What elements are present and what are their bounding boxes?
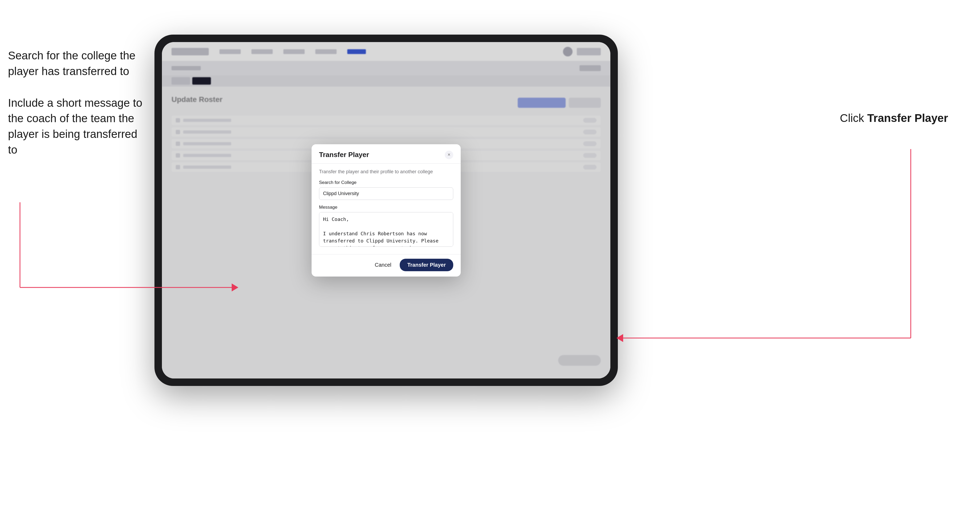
modal-body: Transfer the player and their profile to… bbox=[312, 163, 461, 254]
transfer-player-button[interactable]: Transfer Player bbox=[400, 259, 453, 271]
modal-header: Transfer Player × bbox=[312, 144, 461, 163]
cancel-button[interactable]: Cancel bbox=[371, 260, 396, 270]
annotation-left: Search for the college the player has tr… bbox=[8, 48, 146, 174]
search-college-input[interactable] bbox=[319, 187, 453, 200]
annotation-message-text: Include a short message to the coach of … bbox=[8, 95, 146, 158]
message-textarea[interactable]: Hi Coach, I understand Chris Robertson h… bbox=[319, 212, 453, 247]
search-college-label: Search for College bbox=[319, 180, 453, 185]
modal-title: Transfer Player bbox=[319, 151, 369, 159]
modal-footer: Cancel Transfer Player bbox=[312, 254, 461, 276]
annotation-right: Click Transfer Player bbox=[840, 112, 948, 125]
close-icon: × bbox=[448, 152, 450, 157]
annotation-transfer-bold: Transfer Player bbox=[867, 112, 948, 124]
transfer-player-modal: Transfer Player × Transfer the player an… bbox=[312, 144, 461, 276]
tablet-frame: Update Roster bbox=[154, 35, 618, 386]
tablet-screen: Update Roster bbox=[162, 42, 610, 378]
annotation-click-text: Click bbox=[840, 112, 867, 124]
modal-overlay: Transfer Player × Transfer the player an… bbox=[162, 42, 610, 378]
modal-description: Transfer the player and their profile to… bbox=[319, 169, 453, 175]
modal-close-button[interactable]: × bbox=[445, 151, 453, 159]
annotation-search-text: Search for the college the player has tr… bbox=[8, 48, 146, 79]
message-label: Message bbox=[319, 205, 453, 210]
